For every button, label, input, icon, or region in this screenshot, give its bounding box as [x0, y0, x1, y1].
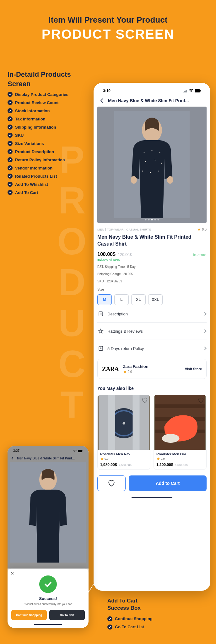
arrow-connector — [85, 579, 107, 597]
dot[interactable] — [154, 219, 156, 220]
card-image — [154, 395, 206, 450]
side-heading: In-Detaild Products Screen — [8, 70, 71, 88]
phone-mockup: 3:10 Men Navy Blue & White Slim Fit Prin… — [94, 83, 210, 591]
size-option[interactable]: XL — [131, 294, 146, 305]
success-title: Success! — [11, 596, 85, 601]
svg-point-13 — [131, 176, 137, 184]
star-icon — [100, 457, 104, 461]
svg-point-8 — [155, 160, 156, 161]
dot-active[interactable] — [151, 219, 153, 220]
return-icon — [98, 346, 104, 351]
app-header: Men Navy Blue & White Slim Fit Print... — [97, 97, 207, 105]
feature-item: Stock Information — [8, 108, 68, 113]
chevron-right-icon — [203, 330, 206, 333]
feature-label: Add To Cart — [15, 190, 38, 195]
wishlist-button[interactable] — [97, 475, 126, 491]
close-icon[interactable]: ✕ — [11, 571, 14, 576]
accordion-return[interactable]: 5 Days return Policy — [97, 340, 207, 357]
product-model-illustration — [114, 111, 190, 218]
svg-point-9 — [161, 163, 162, 164]
hero-subtitle: Item Will Present Your Product — [6, 15, 210, 25]
stock-badge: In-stock — [193, 253, 207, 257]
related-product-card[interactable]: Roadster Men Ora...0.01,200.00$1,500.00$ — [154, 395, 207, 470]
accordion-ratings[interactable]: Rattings & Reviews — [97, 322, 207, 340]
right-labels: Add To Cart Success Box Continue Shoppin… — [107, 597, 153, 633]
heart-icon[interactable] — [141, 397, 148, 404]
price-group: 100.00$ 120.00$ — [97, 252, 132, 257]
svg-rect-15 — [99, 312, 103, 316]
wifi-icon — [189, 89, 193, 92]
dot[interactable] — [148, 219, 150, 220]
right-list-item: Continue Shopping — [107, 616, 153, 621]
svg-point-12 — [158, 171, 159, 172]
size-option[interactable]: L — [114, 294, 129, 305]
product-image[interactable] — [97, 107, 207, 223]
vendor-name: Zara Fashion — [123, 364, 148, 369]
status-bar-small: 3:27 — [8, 446, 89, 456]
check-icon — [8, 125, 13, 130]
svg-rect-23 — [108, 395, 115, 450]
breadcrumb-text: MEN | TOP-WEAR | CASUAL SHIRTS — [97, 228, 151, 231]
feature-item: Product Review Count — [8, 100, 68, 105]
accordion-label: 5 Days return Policy — [107, 346, 144, 351]
size-option[interactable]: M — [97, 294, 112, 305]
continue-shopping-button[interactable]: Continue Shopping — [11, 610, 47, 620]
feature-label: Size Variations — [15, 141, 44, 146]
back-icon[interactable] — [11, 456, 14, 460]
status-icons — [183, 89, 201, 92]
vendor-card[interactable]: ZARA Zara Fashion 0.0 Visit Store — [97, 359, 207, 379]
feature-label: Add To Whishlist — [15, 182, 48, 187]
check-icon — [8, 157, 13, 162]
price-row: 100.00$ 120.00$ In-stock — [97, 252, 207, 257]
product-image-small — [10, 462, 86, 563]
accordion-description[interactable]: Description — [97, 305, 207, 322]
star-outline-icon — [98, 328, 104, 334]
signal-icon — [183, 89, 188, 92]
check-icon — [107, 625, 112, 630]
success-modal: ✕ Success! Product added successfully in… — [8, 569, 89, 628]
feature-label: Product Description — [15, 149, 54, 154]
check-icon — [8, 190, 13, 195]
feature-label: Display Product Categories — [15, 92, 68, 97]
right-item-label: Continue Shopping — [115, 616, 153, 621]
product-model-illustration — [10, 462, 86, 563]
size-option[interactable]: XXL — [148, 294, 163, 305]
right-list-item: Go To Cart List — [107, 625, 153, 630]
rating-value: 0.0 — [202, 228, 207, 231]
related-product-card[interactable]: Roadster Men Nav...0.01,980.00$2,500.00$ — [97, 395, 150, 470]
check-icon — [8, 100, 13, 105]
home-indicator — [132, 497, 172, 498]
svg-point-14 — [167, 176, 173, 184]
phone-mockup-small: 3:27 Men Navy Blue & White Slim Fit Prin… — [8, 446, 89, 628]
battery-icon — [195, 89, 201, 92]
svg-point-10 — [142, 171, 143, 172]
svg-rect-0 — [195, 89, 200, 92]
svg-rect-26 — [155, 404, 205, 408]
heart-icon[interactable] — [197, 397, 204, 404]
back-icon[interactable] — [99, 98, 105, 103]
check-icon — [8, 165, 13, 170]
svg-point-22 — [123, 422, 125, 425]
dot[interactable] — [145, 219, 147, 220]
check-icon — [8, 108, 13, 113]
feature-label: Shipping Information — [15, 125, 56, 130]
vendor-logo: ZARA — [102, 365, 119, 373]
svg-rect-30 — [78, 450, 82, 452]
feature-item: Shipping Information — [8, 125, 68, 130]
card-old-price: 2,500.00$ — [119, 464, 131, 467]
success-message: Product added successfully into your car… — [11, 602, 85, 606]
chevron-right-icon — [203, 347, 206, 350]
go-to-cart-button[interactable]: Go To Cart — [49, 610, 85, 620]
card-price: 1,200.00$ — [156, 463, 173, 467]
add-to-cart-button[interactable]: Add to Cart — [129, 475, 207, 491]
card-old-price: 1,500.00$ — [175, 464, 187, 467]
status-bar: 3:10 — [97, 87, 207, 95]
vendor-rating: 0.0 — [123, 370, 148, 374]
hero-title: PRODUCT SCREEN — [6, 27, 210, 42]
tax-note: Inclusive All Taxes — [97, 258, 207, 261]
shipping-charge: Shipping Charge : 20.00$ — [97, 272, 207, 276]
dot[interactable] — [158, 219, 159, 220]
visit-store-link[interactable]: Visit Store — [185, 367, 202, 371]
feature-label: Stock Information — [15, 108, 50, 113]
status-time: 3:10 — [103, 89, 111, 93]
